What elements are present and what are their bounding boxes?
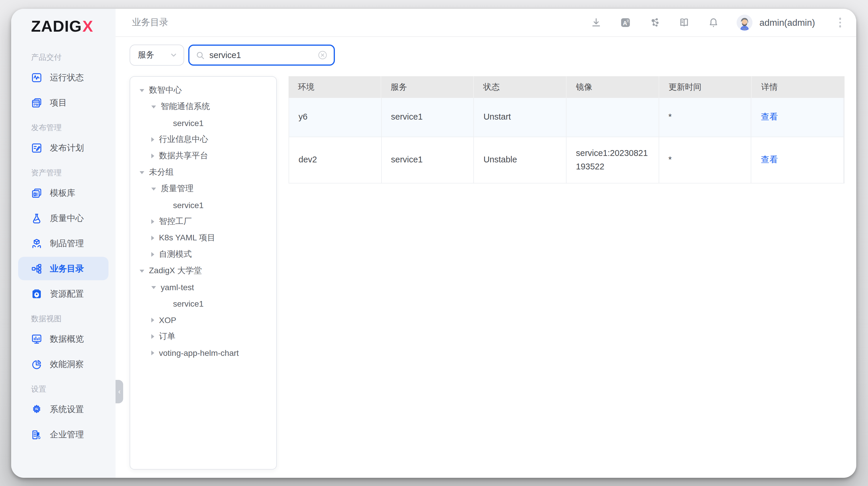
search-input[interactable]	[209, 51, 313, 60]
zadigx-logo[interactable]: ZADIGX	[11, 9, 116, 44]
sidebar-item-run-status[interactable]: 运行状态	[18, 66, 108, 89]
quality-center-icon	[31, 212, 43, 224]
tree-item[interactable]: XOP	[134, 312, 273, 328]
sidebar-item-label: 发布计划	[50, 142, 84, 153]
sidebar: ZADIGX 产品交付 运行状态 PM 项目 发布管理 发布计划 资产管理 模板…	[11, 9, 116, 478]
sidebar-item-business-catalog[interactable]: 业务目录	[18, 257, 108, 280]
sidebar-section-asset-management: 资产管理	[11, 167, 116, 179]
tree-item-service[interactable]: service1	[134, 197, 273, 214]
tree-item[interactable]: 订单	[134, 328, 273, 345]
cell-service: service1	[381, 137, 474, 184]
sidebar-item-quality-center[interactable]: 质量中心	[18, 206, 108, 230]
column-header-service: 服务	[381, 76, 474, 98]
clear-search-icon[interactable]	[318, 51, 327, 60]
search-type-select[interactable]: 服务	[130, 44, 184, 66]
cell-updated: *	[659, 137, 751, 184]
chevron-down-icon	[170, 52, 177, 59]
tree-item[interactable]: voting-app-helm-chart	[134, 345, 273, 361]
caret-expanded-icon[interactable]	[151, 105, 156, 108]
caret-collapsed-icon[interactable]	[151, 236, 154, 240]
cell-env: dev2	[289, 137, 381, 184]
business-catalog-icon	[31, 262, 43, 274]
panes: 数智中心 智能通信系统 service1 行业信息中心 数据共享平台 未分组 质…	[130, 76, 844, 469]
sidebar-section-release-management: 发布管理	[11, 122, 116, 134]
tree-item[interactable]: 数智中心	[134, 82, 273, 98]
avatar	[737, 15, 752, 31]
topbar: 业务目录 A文	[116, 9, 856, 37]
sidebar-item-label: 制品管理	[50, 238, 84, 249]
column-header-status: 状态	[474, 76, 566, 98]
logo-x: X	[83, 17, 93, 35]
table-header-row: 环境 服务 状态 镜像 更新时间 详情	[288, 76, 844, 98]
view-detail-link[interactable]: 查看	[761, 153, 778, 167]
tree-item-service[interactable]: service1	[134, 115, 273, 131]
caret-collapsed-icon[interactable]	[151, 351, 154, 355]
user-menu[interactable]: admin(admin)	[737, 15, 815, 31]
sidebar-item-template-library[interactable]: 模板库	[18, 181, 108, 204]
tree-item[interactable]: 智控工厂	[134, 214, 273, 230]
cell-detail: 查看	[752, 98, 844, 137]
caret-collapsed-icon[interactable]	[151, 137, 154, 142]
desktop-background: ZADIGX 产品交付 运行状态 PM 项目 发布管理 发布计划 资产管理 模板…	[0, 0, 868, 486]
enterprise-icon	[31, 428, 43, 441]
tree-item[interactable]: 自测模式	[134, 246, 273, 263]
release-plan-icon	[31, 141, 43, 154]
docs-book-icon[interactable]	[678, 17, 690, 29]
project-tree-panel: 数智中心 智能通信系统 service1 行业信息中心 数据共享平台 未分组 质…	[130, 76, 277, 469]
tree-item[interactable]: ZadigX 大学堂	[134, 263, 273, 279]
download-icon[interactable]	[590, 17, 602, 29]
notification-bell-icon[interactable]	[707, 17, 720, 29]
sidebar-item-resource-config[interactable]: 资源配置	[18, 282, 108, 305]
caret-collapsed-icon[interactable]	[151, 219, 154, 224]
tree-item[interactable]: K8s YAML 项目	[134, 230, 273, 246]
sidebar-section-settings: 设置	[11, 383, 116, 395]
cell-env: y6	[289, 98, 381, 137]
sidebar-item-release-plan[interactable]: 发布计划	[18, 136, 108, 159]
data-overview-icon	[31, 333, 43, 345]
column-header-detail: 详情	[752, 76, 844, 98]
cell-status: Unstable	[474, 137, 566, 184]
caret-collapsed-icon[interactable]	[151, 334, 154, 339]
cell-image: service1:20230821193522	[566, 137, 659, 184]
search-icon	[196, 51, 205, 60]
tree-item[interactable]: 未分组	[134, 164, 273, 181]
sidebar-item-enterprise[interactable]: 企业管理	[18, 423, 108, 446]
sidebar-section-data-views: 数据视图	[11, 313, 116, 325]
sidebar-item-projects[interactable]: PM 项目	[18, 91, 108, 114]
translate-icon[interactable]: A文	[619, 17, 632, 29]
sidebar-item-artifact-management[interactable]: 制品管理	[18, 232, 108, 255]
caret-expanded-icon[interactable]	[151, 187, 156, 190]
sidebar-item-insight[interactable]: 效能洞察	[18, 352, 108, 376]
sidebar-collapse-handle[interactable]: ‹	[116, 380, 123, 403]
kebab-menu-icon[interactable]	[839, 18, 841, 27]
main-area: 业务目录 A文	[116, 9, 856, 478]
caret-expanded-icon[interactable]	[140, 89, 144, 92]
resource-config-icon	[31, 288, 43, 300]
view-detail-link[interactable]: 查看	[761, 110, 778, 124]
caret-collapsed-icon[interactable]	[151, 252, 154, 257]
sidebar-item-system-settings[interactable]: Z 系统设置	[18, 397, 108, 421]
caret-expanded-icon[interactable]	[140, 269, 144, 272]
sidebar-item-label: 系统设置	[50, 403, 84, 415]
svg-text:PM: PM	[34, 103, 38, 106]
tree-item[interactable]: 行业信息中心	[134, 131, 273, 148]
caret-collapsed-icon[interactable]	[151, 318, 154, 322]
sidebar-item-data-overview[interactable]: 数据概览	[18, 327, 108, 351]
sidebar-item-label: 效能洞察	[50, 358, 84, 369]
tree-item[interactable]: 质量管理	[134, 181, 273, 197]
sidebar-item-label: 项目	[50, 97, 67, 108]
caret-expanded-icon[interactable]	[140, 171, 144, 174]
share-network-icon[interactable]	[649, 17, 661, 29]
tree-item[interactable]: 智能通信系统	[134, 98, 273, 115]
page-title: 业务目录	[132, 17, 168, 29]
cell-detail: 查看	[752, 137, 844, 184]
cell-service: service1	[381, 98, 474, 137]
table-row: y6 service1 Unstart * 查看	[288, 98, 844, 137]
caret-collapsed-icon[interactable]	[151, 154, 154, 158]
sidebar-item-label: 模板库	[50, 187, 75, 198]
filter-row: 服务	[130, 44, 844, 66]
tree-item-service[interactable]: service1	[134, 295, 273, 312]
tree-item[interactable]: 数据共享平台	[134, 148, 273, 164]
caret-expanded-icon[interactable]	[151, 286, 156, 289]
tree-item[interactable]: yaml-test	[134, 279, 273, 295]
